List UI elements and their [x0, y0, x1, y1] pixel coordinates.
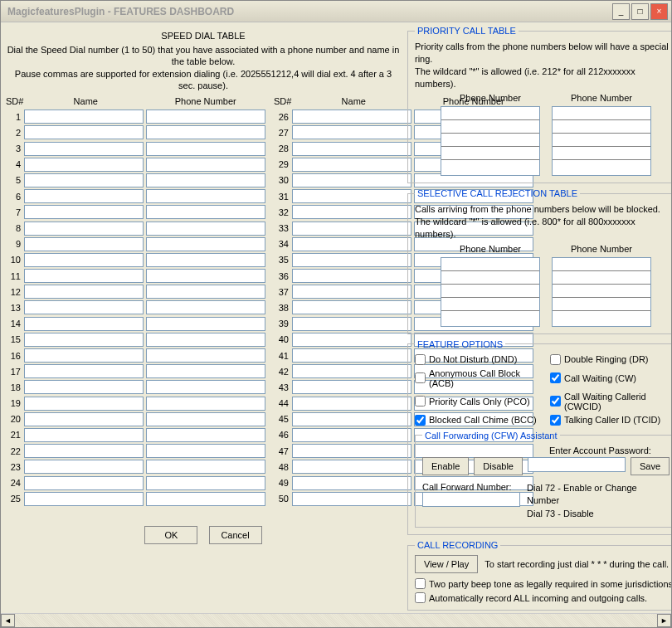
sd-name-input[interactable] — [292, 428, 411, 442]
horizontal-scrollbar[interactable]: ◄ ► — [1, 613, 671, 627]
sd-name-input[interactable] — [24, 269, 144, 283]
sd-phone-input[interactable] — [146, 110, 265, 124]
sd-name-input[interactable] — [292, 237, 411, 251]
sd-phone-input[interactable] — [146, 444, 265, 458]
sd-name-input[interactable] — [292, 205, 411, 219]
sd-phone-input[interactable] — [146, 476, 265, 490]
view-play-button[interactable]: View / Play — [415, 555, 478, 573]
sd-phone-input[interactable] — [146, 269, 265, 283]
scroll-left-button[interactable]: ◄ — [1, 614, 15, 627]
priority-numbers-list-1[interactable] — [441, 106, 540, 176]
tcid-option[interactable]: Talking Caller ID (TCID) — [550, 415, 671, 426]
sd-name-input[interactable] — [292, 412, 411, 426]
sd-phone-input[interactable] — [146, 205, 265, 219]
sd-phone-input[interactable] — [146, 237, 265, 251]
sd-name-input[interactable] — [292, 444, 411, 458]
cancel-button[interactable]: Cancel — [209, 526, 262, 544]
sd-name-input[interactable] — [24, 285, 144, 299]
scr-numbers-list-2[interactable] — [552, 257, 651, 327]
sd-phone-input[interactable] — [146, 380, 265, 394]
bcc-option[interactable]: Blocked Call Chime (BCC) — [415, 415, 542, 426]
beep-tone-option[interactable]: Two party beep tone as legally required … — [415, 578, 671, 589]
close-button[interactable]: × — [650, 3, 668, 20]
minimize-button[interactable]: _ — [612, 3, 630, 20]
ok-button[interactable]: OK — [144, 526, 197, 544]
sd-phone-input[interactable] — [146, 158, 265, 172]
beep-tone-checkbox[interactable] — [415, 578, 426, 589]
sd-phone-input[interactable] — [146, 333, 265, 347]
auto-record-option[interactable]: Automatically record ALL incoming and ou… — [415, 592, 671, 603]
sd-name-input[interactable] — [292, 269, 411, 283]
sd-name-input[interactable] — [292, 110, 411, 124]
sd-name-input[interactable] — [292, 189, 411, 203]
sd-name-input[interactable] — [24, 364, 144, 378]
cw-checkbox[interactable] — [550, 372, 561, 383]
sd-phone-input[interactable] — [146, 397, 265, 411]
cfw-save-button[interactable]: Save — [631, 457, 670, 475]
sd-name-input[interactable] — [24, 205, 144, 219]
sd-name-input[interactable] — [292, 222, 411, 236]
sd-name-input[interactable] — [24, 333, 144, 347]
sd-phone-input[interactable] — [146, 173, 265, 187]
sd-phone-input[interactable] — [146, 348, 265, 363]
scroll-right-button[interactable]: ► — [657, 614, 671, 627]
sd-name-input[interactable] — [292, 158, 411, 172]
sd-name-input[interactable] — [24, 317, 144, 331]
sd-phone-input[interactable] — [146, 125, 265, 139]
sd-name-input[interactable] — [292, 333, 411, 347]
sd-name-input[interactable] — [24, 110, 144, 124]
sd-phone-input[interactable] — [146, 492, 265, 506]
sd-name-input[interactable] — [24, 189, 144, 203]
sd-phone-input[interactable] — [146, 317, 265, 331]
maximize-button[interactable]: □ — [631, 3, 649, 20]
dr-option[interactable]: Double Ringing (DR) — [550, 354, 671, 365]
sd-name-input[interactable] — [292, 460, 411, 474]
sd-name-input[interactable] — [292, 142, 411, 156]
sd-name-input[interactable] — [24, 222, 144, 236]
sd-name-input[interactable] — [292, 285, 411, 299]
sd-name-input[interactable] — [24, 237, 144, 251]
sd-name-input[interactable] — [24, 380, 144, 394]
dnd-option[interactable]: Do Not Disturb (DND) — [415, 354, 542, 365]
sd-name-input[interactable] — [24, 492, 144, 506]
sd-name-input[interactable] — [292, 173, 411, 187]
sd-name-input[interactable] — [292, 348, 411, 363]
cfw-disable-button[interactable]: Disable — [474, 457, 523, 475]
sd-name-input[interactable] — [24, 142, 144, 156]
sd-name-input[interactable] — [24, 348, 144, 363]
sd-phone-input[interactable] — [146, 364, 265, 378]
sd-name-input[interactable] — [24, 428, 144, 442]
cw-option[interactable]: Call Waiting (CW) — [550, 368, 671, 388]
scr-numbers-list-1[interactable] — [441, 257, 540, 327]
sd-phone-input[interactable] — [146, 460, 265, 474]
sd-phone-input[interactable] — [146, 428, 265, 442]
sd-name-input[interactable] — [24, 397, 144, 411]
sd-name-input[interactable] — [24, 412, 144, 426]
sd-name-input[interactable] — [292, 397, 411, 411]
sd-name-input[interactable] — [24, 253, 144, 267]
sd-name-input[interactable] — [24, 300, 144, 314]
sd-name-input[interactable] — [24, 173, 144, 187]
acb-option[interactable]: Anonymous Call Block (ACB) — [415, 368, 542, 388]
sd-name-input[interactable] — [292, 253, 411, 267]
cwcid-option[interactable]: Call Waiting Callerid (CWCID) — [550, 392, 671, 411]
sd-name-input[interactable] — [292, 380, 411, 394]
sd-name-input[interactable] — [24, 460, 144, 474]
sd-phone-input[interactable] — [146, 253, 265, 267]
sd-phone-input[interactable] — [146, 222, 265, 236]
sd-name-input[interactable] — [292, 492, 411, 506]
acb-checkbox[interactable] — [415, 372, 426, 383]
sd-phone-input[interactable] — [146, 300, 265, 314]
scroll-track[interactable] — [15, 614, 657, 627]
cfw-password-input[interactable] — [528, 457, 626, 472]
priority-numbers-list-2[interactable] — [552, 106, 651, 176]
sd-name-input[interactable] — [24, 125, 144, 139]
dnd-checkbox[interactable] — [415, 354, 426, 365]
cfw-number-input[interactable] — [422, 492, 520, 507]
sd-name-input[interactable] — [292, 125, 411, 139]
cwcid-checkbox[interactable] — [550, 396, 561, 406]
sd-phone-input[interactable] — [146, 142, 265, 156]
sd-name-input[interactable] — [24, 476, 144, 490]
cfw-enable-button[interactable]: Enable — [422, 457, 469, 475]
bcc-checkbox[interactable] — [415, 415, 426, 426]
